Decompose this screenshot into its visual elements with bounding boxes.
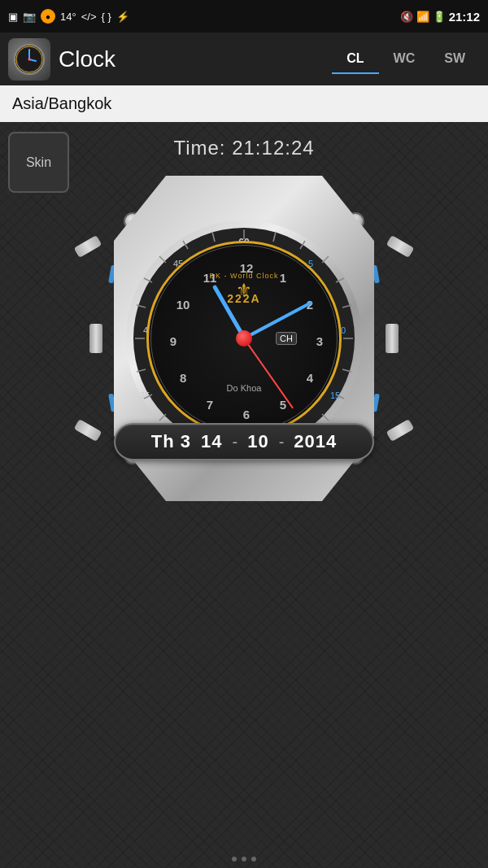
adjuster-right (386, 324, 399, 353)
brand-code: 222A (227, 292, 260, 305)
lug-top-right (386, 235, 415, 258)
center-dot (236, 330, 252, 347)
status-bar: ▣ 📷 ● 14° </> { } ⚡ 🔇 📶 🔋 21:12 (0, 0, 488, 33)
time-display: Time: 21:12:24 (173, 137, 314, 159)
clock-number-3: 3 (316, 334, 323, 348)
clock-number-11: 11 (203, 271, 217, 285)
nav-dot-2 (242, 857, 246, 861)
svg-line-39 (183, 241, 188, 249)
brand-bottom: Do Khoa (227, 383, 262, 393)
clock-number-10: 10 (176, 298, 190, 312)
lug-top-left (74, 235, 102, 258)
date-day: Th 3 (151, 431, 191, 452)
mute-icon: 🔇 (400, 11, 413, 23)
tab-sw[interactable]: SW (429, 45, 480, 74)
usb-icon: ⚡ (116, 11, 129, 23)
svg-line-18 (273, 232, 276, 242)
nav-tabs: CL WC SW (332, 45, 480, 74)
date-strip: Th 3 14 - 10 - 2014 (114, 415, 374, 460)
date-display: Th 3 14 - 10 - 2014 (114, 423, 374, 460)
sim-icon: ▣ (8, 11, 18, 23)
svg-line-37 (144, 278, 152, 282)
timezone-label: Asia/Bangkok (12, 94, 111, 113)
status-left: ▣ 📷 ● 14° </> { } ⚡ (8, 9, 129, 24)
svg-line-22 (342, 305, 351, 308)
battery-icon: 🔋 (433, 11, 446, 23)
adjuster-left (89, 324, 102, 353)
ch-badge: CH (276, 332, 297, 345)
nav-dot-3 (251, 857, 256, 861)
status-time: 21:12 (449, 10, 480, 24)
clock-number-4: 4 (307, 371, 313, 385)
clock-face: DK - World Clock ⚜ 222A Do Khoa CH (146, 241, 342, 436)
tab-cl[interactable]: CL (332, 45, 378, 74)
bottom-nav (232, 857, 256, 861)
clock-number-8: 8 (180, 371, 186, 385)
brackets-icon: { } (101, 11, 111, 23)
app-bar: Clock CL WC SW (0, 33, 488, 85)
timezone-bar: Asia/Bangkok (0, 85, 488, 122)
svg-line-38 (159, 256, 166, 263)
svg-line-36 (137, 305, 146, 308)
camera-icon: 📷 (23, 11, 36, 23)
app-title: Clock (59, 46, 332, 72)
lug-bottom-right (386, 419, 415, 442)
temperature: 14° (60, 11, 76, 23)
svg-line-21 (336, 278, 344, 282)
date-year: 2014 (294, 431, 337, 452)
code-icon: </> (81, 11, 97, 23)
date-month: 10 (247, 431, 268, 452)
clock-number-12: 12 (240, 261, 254, 275)
tab-wc[interactable]: WC (379, 45, 430, 74)
status-right: 🔇 📶 🔋 21:12 (400, 10, 480, 24)
clock-number-9: 9 (170, 334, 176, 348)
app-icon (8, 38, 50, 81)
signal-icon: 📶 (416, 11, 429, 23)
notification-icon: ● (41, 9, 55, 24)
svg-line-20 (322, 256, 329, 263)
date-date: 14 (201, 431, 222, 452)
lug-bottom-left (74, 419, 102, 442)
clock-number-7: 7 (207, 397, 213, 411)
svg-line-40 (212, 232, 215, 242)
svg-line-24 (342, 369, 351, 372)
date-sep1: - (232, 433, 237, 451)
nav-dot-1 (232, 857, 237, 861)
watch-container: 60 5 10 15 20 25 30 35 40 45 (89, 168, 399, 509)
svg-line-19 (300, 241, 305, 249)
date-sep2: - (279, 433, 285, 451)
skin-button[interactable]: Skin (8, 132, 69, 193)
svg-line-34 (137, 369, 146, 372)
clock-number-1: 1 (280, 271, 286, 285)
main-content: Skin Time: 21:12:24 (0, 122, 488, 868)
